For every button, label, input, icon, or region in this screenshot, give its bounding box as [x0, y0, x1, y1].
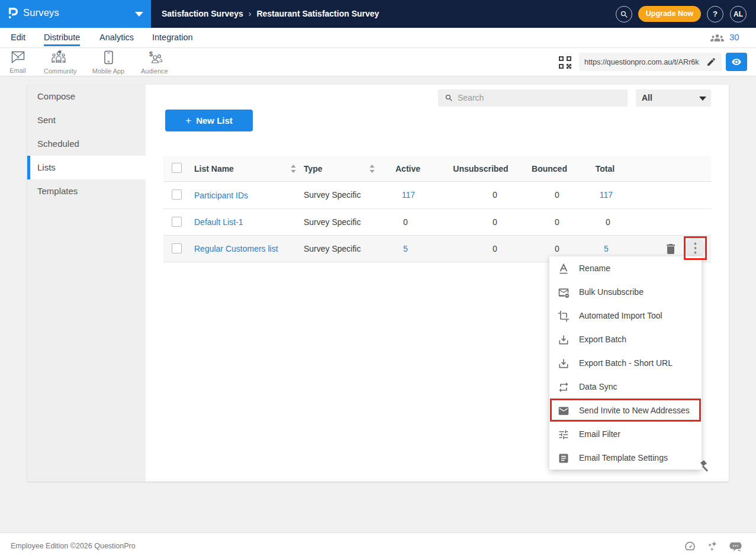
svg-text:$: $: [149, 50, 153, 57]
